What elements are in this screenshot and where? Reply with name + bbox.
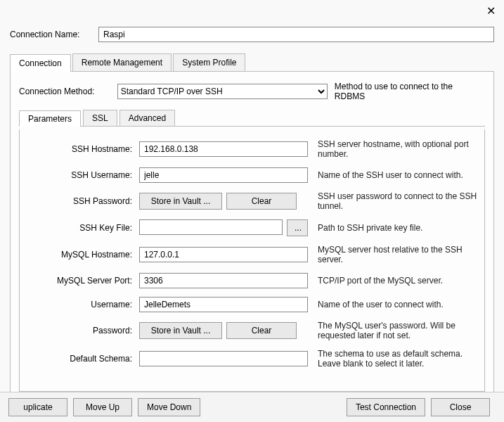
tab-connection[interactable]: Connection (10, 54, 71, 72)
ssh-keyfile-browse-button[interactable]: ... (287, 219, 308, 236)
ssh-password-desc: SSH user password to connect to the SSH … (308, 191, 477, 211)
password-label: Password: (27, 326, 139, 335)
password-store-vault-button[interactable]: Store in Vault ... (139, 322, 222, 339)
main-tabs: Connection Remote Management System Prof… (10, 53, 494, 72)
connection-method-select[interactable]: Standard TCP/IP over SSH (117, 84, 328, 99)
username-label: Username: (27, 300, 139, 309)
connection-name-label: Connection Name: (10, 30, 98, 39)
move-up-button[interactable]: Move Up (73, 398, 132, 416)
ssh-hostname-label: SSH Hostname: (27, 144, 139, 154)
parameters-panel: SSH Hostname: SSH server hostname, with … (19, 129, 485, 392)
dialog-footer: uplicate Move Up Move Down Test Connecti… (0, 392, 504, 422)
password-desc: The MySQL user's password. Will be reque… (308, 321, 477, 340)
password-clear-button[interactable]: Clear (226, 322, 297, 339)
connection-dialog: ✕ Connection Name: Connection Remote Man… (0, 0, 504, 422)
mysql-port-input[interactable] (139, 273, 308, 288)
ssh-username-input[interactable] (139, 167, 308, 183)
tab-remote-management[interactable]: Remote Management (72, 53, 172, 71)
test-connection-button[interactable]: Test Connection (347, 398, 425, 416)
subtab-parameters[interactable]: Parameters (19, 110, 81, 127)
connection-tab-body: Connection Method: Standard TCP/IP over … (10, 72, 494, 407)
sub-tabs: Parameters SSL Advanced (19, 110, 485, 127)
subtab-advanced[interactable]: Advanced (119, 110, 175, 126)
connection-name-input[interactable] (98, 27, 494, 42)
connection-method-label: Connection Method: (19, 87, 117, 96)
ssh-keyfile-input[interactable] (139, 219, 283, 235)
ssh-password-label: SSH Password: (27, 196, 139, 206)
mysql-port-label: MySQL Server Port: (27, 276, 139, 286)
ssh-username-desc: Name of the SSH user to connect with. (308, 170, 477, 180)
ssh-hostname-input[interactable] (139, 141, 308, 157)
default-schema-input[interactable] (139, 351, 308, 366)
mysql-hostname-input[interactable] (139, 247, 308, 262)
default-schema-desc: The schema to use as default schema. Lea… (308, 349, 477, 369)
mysql-hostname-desc: MySQL server host relative to the SSH se… (308, 245, 477, 264)
duplicate-button[interactable]: uplicate (8, 398, 67, 416)
tab-system-profile[interactable]: System Profile (173, 53, 245, 71)
ssh-username-label: SSH Username: (27, 170, 139, 180)
username-input[interactable] (139, 297, 308, 312)
ssh-password-store-vault-button[interactable]: Store in Vault ... (139, 193, 222, 210)
connection-method-hint: Method to use to connect to the RDBMS (335, 82, 485, 101)
mysql-hostname-label: MySQL Hostname: (27, 250, 139, 260)
default-schema-label: Default Schema: (27, 354, 139, 364)
mysql-port-desc: TCP/IP port of the MySQL server. (308, 276, 477, 286)
ssh-password-clear-button[interactable]: Clear (226, 193, 297, 210)
move-down-button[interactable]: Move Down (138, 398, 200, 416)
ssh-keyfile-desc: Path to SSH private key file. (308, 223, 477, 233)
ssh-hostname-desc: SSH server hostname, with optional port … (308, 139, 477, 159)
username-desc: Name of the user to connect with. (308, 300, 477, 309)
close-icon[interactable]: ✕ (486, 4, 496, 18)
close-button[interactable]: Close (431, 398, 490, 416)
subtab-ssl[interactable]: SSL (83, 110, 117, 126)
ssh-keyfile-label: SSH Key File: (27, 223, 139, 233)
